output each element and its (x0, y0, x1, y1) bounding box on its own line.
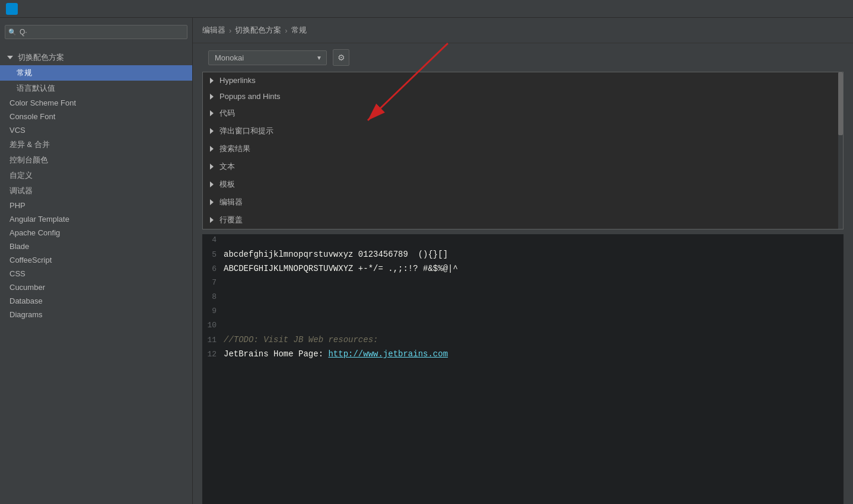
table-row: 11//TODO: Visit JB Web resources: (202, 334, 844, 348)
list-item[interactable]: 代码 (203, 104, 843, 122)
content-area: 编辑器 › 切换配色方案 › 常规 Monokai Default Darcul… (193, 18, 853, 504)
table-row: 6ABCDEFGHIJKLMNOPQRSTUVWXYZ +-*/= .,;:!?… (202, 263, 844, 277)
line-number: 6 (202, 264, 224, 273)
titlebar (0, 0, 853, 18)
sidebar-section-header (0, 45, 192, 50)
sidebar-item-cucumber[interactable]: Cucumber (0, 280, 192, 294)
line-number: 10 (202, 321, 224, 330)
list-item[interactable]: 编辑器 (203, 193, 843, 211)
panel-item-label: 文本 (219, 161, 235, 172)
table-row: 9 (202, 305, 844, 320)
collapse-icon (210, 199, 214, 205)
search-icon: 🔍 (8, 28, 17, 36)
collapse-icon (210, 110, 214, 116)
list-item[interactable]: Popups and Hints (203, 88, 843, 104)
sidebar-item-database[interactable]: Database (0, 294, 192, 308)
line-content: JetBrains Home Page: http://www.jetbrain… (224, 349, 448, 359)
sidebar-item-switch-color-scheme[interactable]: 切换配色方案 (0, 50, 192, 65)
sidebar-item-coffeescript[interactable]: CoffeeScript (0, 253, 192, 267)
table-row: 10 (202, 320, 844, 334)
collapse-icon (210, 164, 214, 170)
panel-items-container: HyperlinksPopups and Hints代码弹出窗口和提示搜索结果文… (203, 72, 843, 229)
line-number: 5 (202, 250, 224, 259)
line-number: 12 (202, 350, 224, 359)
search-input[interactable] (5, 25, 187, 39)
sidebar-items-container: 切换配色方案常规语言默认值Color Scheme FontConsole Fo… (0, 50, 192, 321)
line-number: 4 (202, 235, 224, 244)
panel-item-label: 行覆盖 (219, 215, 243, 225)
scheme-section: Monokai Default Darcula IntelliJ Light ▼… (193, 43, 853, 72)
sidebar-item-blade[interactable]: Blade (0, 240, 192, 253)
preview-area: 45abcdefghijklmnopqrstuvwxyz 0123456789 … (202, 234, 844, 504)
collapse-icon (210, 181, 214, 187)
collapse-icon (210, 78, 214, 84)
panel-scrollbar-thumb (838, 72, 843, 135)
line-content: ABCDEFGHIJKLMNOPQRSTUVWXYZ +-*/= .,;:!? … (224, 264, 458, 273)
panel-item-label: Popups and Hints (219, 92, 281, 101)
sidebar-item-diff-merge[interactable]: 差异 & 合并 (0, 137, 192, 152)
line-content: //TODO: Visit JB Web resources: (224, 335, 378, 344)
list-item[interactable]: Hyperlinks (203, 72, 843, 88)
expand-icon (7, 56, 13, 59)
scheme-select-wrap: Monokai Default Darcula IntelliJ Light ▼ (208, 50, 327, 65)
table-row: 8 (202, 291, 844, 305)
sidebar-item-language-defaults[interactable]: 语言默认值 (0, 81, 192, 96)
line-number: 11 (202, 336, 224, 344)
sidebar-item-vcs[interactable]: VCS (0, 123, 192, 137)
scheme-select[interactable]: Monokai Default Darcula IntelliJ Light (208, 50, 327, 65)
list-item[interactable]: 文本 (203, 158, 843, 176)
sidebar-item-console-colors[interactable]: 控制台颜色 (0, 152, 192, 168)
sidebar-item-console-font[interactable]: Console Font (0, 110, 192, 123)
main-container: 🔍 切换配色方案常规语言默认值Color Scheme FontConsole … (0, 18, 853, 504)
breadcrumb: 编辑器 › 切换配色方案 › 常规 (193, 18, 853, 43)
panel-item-label: 模板 (219, 179, 235, 190)
list-item[interactable]: 模板 (203, 176, 843, 193)
sidebar-item-apache-config[interactable]: Apache Config (0, 226, 192, 240)
sidebar-item-php[interactable]: PHP (0, 199, 192, 212)
sidebar-item-general[interactable]: 常规 (0, 65, 192, 81)
panel-item-label: 搜索结果 (219, 143, 250, 154)
line-number: 9 (202, 307, 224, 315)
list-item[interactable]: 搜索结果 (203, 140, 843, 158)
collapse-icon (210, 128, 214, 134)
breadcrumb-sep-2: › (285, 26, 287, 35)
breadcrumb-part-1: 编辑器 (202, 25, 225, 36)
collapse-icon (210, 217, 214, 223)
list-item[interactable]: 弹出窗口和提示 (203, 122, 843, 140)
panel-item-label: 弹出窗口和提示 (219, 126, 273, 136)
breadcrumb-sep-1: › (229, 26, 231, 35)
sidebar-item-debugger[interactable]: 调试器 (0, 183, 192, 199)
table-row: 4 (202, 234, 844, 248)
collapse-icon (210, 146, 214, 152)
scheme-row: Monokai Default Darcula IntelliJ Light ▼… (193, 43, 853, 72)
table-row: 5abcdefghijklmnopqrstuvwxyz 0123456789 (… (202, 248, 844, 263)
line-number: 8 (202, 292, 224, 301)
line-number: 7 (202, 278, 224, 287)
panel-item-label: 编辑器 (219, 197, 243, 208)
sidebar: 🔍 切换配色方案常规语言默认值Color Scheme FontConsole … (0, 18, 193, 504)
sidebar-item-label: 切换配色方案 (18, 52, 64, 63)
sidebar-item-color-scheme-font[interactable]: Color Scheme Font (0, 96, 192, 110)
sidebar-item-diagrams[interactable]: Diagrams (0, 308, 192, 321)
list-item[interactable]: 行覆盖 (203, 211, 843, 229)
panel-item-label: Hyperlinks (219, 76, 256, 85)
app-logo (6, 3, 18, 15)
breadcrumb-part-2: 切换配色方案 (235, 25, 281, 36)
items-panel: HyperlinksPopups and Hints代码弹出窗口和提示搜索结果文… (202, 72, 844, 229)
preview-lines: 45abcdefghijklmnopqrstuvwxyz 0123456789 … (202, 234, 844, 362)
panel-scrollbar[interactable] (838, 72, 843, 229)
table-row: 12JetBrains Home Page: http://www.jetbra… (202, 348, 844, 362)
search-box[interactable]: 🔍 (5, 25, 187, 39)
breadcrumb-part-3: 常规 (291, 25, 307, 36)
sidebar-item-angular-template[interactable]: Angular Template (0, 212, 192, 226)
line-content: abcdefghijklmnopqrstuvwxyz 0123456789 ()… (224, 250, 448, 259)
sidebar-item-customize[interactable]: 自定义 (0, 168, 192, 183)
collapse-icon (210, 94, 214, 100)
sidebar-item-css[interactable]: CSS (0, 267, 192, 280)
panel-item-label: 代码 (219, 108, 235, 119)
gear-button[interactable]: ⚙ (333, 49, 349, 66)
table-row: 7 (202, 277, 844, 291)
gear-icon: ⚙ (338, 53, 345, 62)
